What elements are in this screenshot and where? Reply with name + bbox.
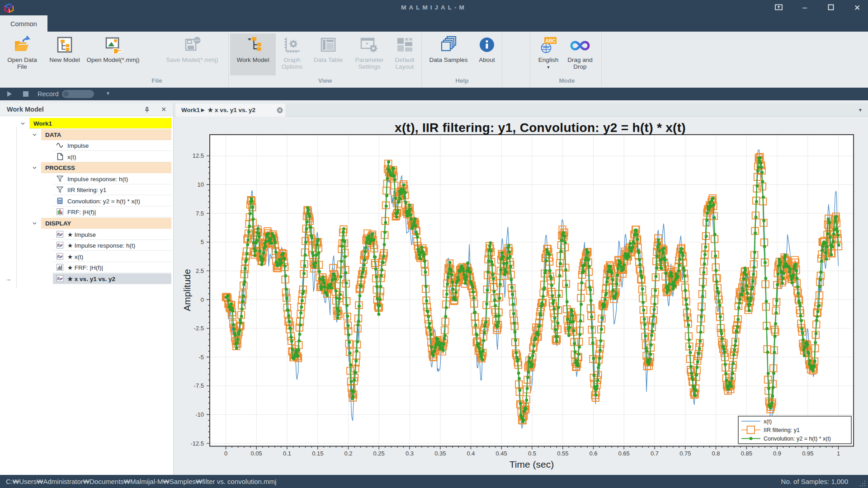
svg-text:0.5: 0.5	[528, 450, 536, 457]
svg-text:Time (sec): Time (sec)	[509, 459, 554, 469]
svg-text:ABC: ABC	[545, 38, 556, 43]
svg-text:-7.5: -7.5	[194, 382, 204, 389]
svg-text:-12.5: -12.5	[190, 440, 204, 447]
svg-text:1: 1	[837, 450, 840, 457]
svg-text:2.5: 2.5	[196, 267, 204, 274]
svg-text:5: 5	[201, 239, 204, 245]
svg-text:x(t): x(t)	[764, 418, 772, 425]
svg-text:0.05: 0.05	[251, 450, 262, 457]
svg-text:0: 0	[201, 296, 204, 303]
svg-text:0.2: 0.2	[344, 450, 352, 457]
svg-text:-2.5: -2.5	[194, 325, 204, 332]
svg-text:0.8: 0.8	[712, 450, 720, 457]
svg-text:0.4: 0.4	[467, 450, 475, 457]
svg-text:0: 0	[224, 450, 227, 457]
svg-text:0.9: 0.9	[773, 450, 781, 457]
svg-text:7.5: 7.5	[196, 210, 204, 217]
svg-text:12.5: 12.5	[193, 152, 204, 159]
svg-text:x(t), IIR filtering: y1, Convo: x(t), IIR filtering: y1, Convolution: y2…	[395, 121, 686, 135]
svg-text:0.1: 0.1	[283, 450, 291, 457]
svg-text:0.6: 0.6	[589, 450, 597, 457]
svg-text:IIR filtering: y1: IIR filtering: y1	[764, 427, 800, 433]
svg-text:0.85: 0.85	[741, 450, 752, 457]
svg-text:0.25: 0.25	[373, 450, 385, 457]
svg-text:0.65: 0.65	[618, 450, 630, 457]
svg-text:0.95: 0.95	[802, 450, 813, 457]
svg-text:Amplitude: Amplitude	[182, 269, 192, 311]
svg-text:-10: -10	[195, 411, 204, 418]
svg-text:0.35: 0.35	[434, 450, 446, 457]
svg-text:0.7: 0.7	[651, 450, 659, 457]
svg-text:-5: -5	[198, 354, 204, 361]
svg-text:0.55: 0.55	[557, 450, 568, 457]
svg-text:0.45: 0.45	[496, 450, 507, 457]
svg-text:Convolution: y2 = h(t) * x(t): Convolution: y2 = h(t) * x(t)	[764, 436, 831, 442]
svg-text:10: 10	[198, 181, 204, 188]
svg-text:0.15: 0.15	[312, 450, 323, 457]
svg-text:0.3: 0.3	[406, 450, 414, 457]
svg-text:0.75: 0.75	[679, 450, 691, 457]
